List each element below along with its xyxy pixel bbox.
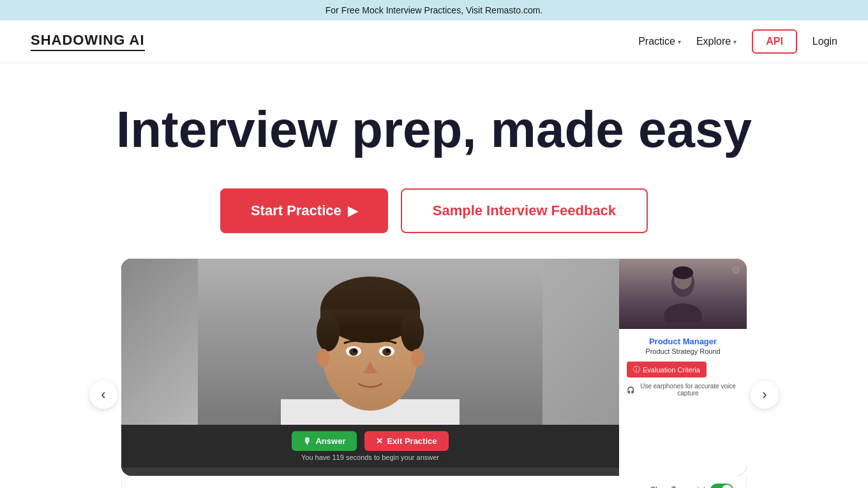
sample-feedback-button[interactable]: Sample Interview Feedback	[401, 188, 648, 233]
user-video: ⚙	[619, 259, 747, 329]
earphone-text: Use earphones for accurate voice capture	[637, 383, 739, 397]
right-panel: ⚙ Product Manager Product Strategy Round…	[619, 259, 747, 476]
svg-point-15	[317, 349, 329, 367]
navbar: SHADOWING AI Practice ▾ Explore ▾ API Lo…	[0, 20, 868, 63]
exit-practice-button[interactable]: ✕ Exit Practice	[364, 431, 448, 451]
x-icon: ✕	[376, 436, 383, 446]
svg-point-14	[386, 349, 390, 353]
carousel-left-button[interactable]: ‹	[89, 381, 117, 409]
nav-right: Practice ▾ Explore ▾ API Login	[638, 29, 837, 54]
svg-point-7	[317, 313, 340, 351]
transcript-toggle[interactable]	[710, 484, 733, 488]
evaluation-criteria-button[interactable]: ⓘ Evaluation Criteria	[627, 362, 707, 377]
svg-point-8	[401, 313, 424, 351]
svg-point-18	[664, 303, 702, 323]
chevron-down-icon: ▾	[733, 38, 737, 45]
exit-label: Exit Practice	[387, 436, 437, 446]
svg-point-16	[411, 349, 424, 367]
logo: SHADOWING AI	[31, 32, 145, 51]
role-title: Product Manager	[627, 337, 739, 346]
svg-point-20	[673, 266, 693, 279]
main-video-area: 🎙 Answer ✕ Exit Practice You have 119 se…	[121, 259, 619, 476]
user-video-overlay	[619, 259, 747, 329]
chevron-down-icon: ▾	[678, 38, 681, 45]
eval-btn-label: Evaluation Criteria	[643, 366, 700, 374]
interviewer-avatar	[121, 259, 619, 425]
role-subtitle: Product Strategy Round	[627, 347, 739, 355]
play-icon: ▶	[348, 203, 357, 218]
carousel-right-button[interactable]: ›	[751, 381, 779, 409]
svg-point-13	[353, 349, 357, 353]
login-button[interactable]: Login	[812, 36, 837, 47]
controls-bar: 🎙 Answer ✕ Exit Practice You have 119 se…	[121, 425, 619, 468]
show-transcript-label: Show Transcript	[650, 485, 705, 488]
answer-button[interactable]: 🎙 Answer	[292, 431, 357, 451]
mock-interview-ui: 🎙 Answer ✕ Exit Practice You have 119 se…	[121, 259, 747, 476]
headphone-icon: 🎧	[627, 386, 634, 393]
settings-icon[interactable]: ⚙	[731, 264, 740, 276]
mic-icon: 🎙	[303, 436, 311, 446]
timer-text: You have 119 seconds to begin your answe…	[301, 454, 439, 461]
api-button[interactable]: API	[752, 29, 797, 54]
control-buttons: 🎙 Answer ✕ Exit Practice	[292, 431, 448, 451]
info-icon: ⓘ	[633, 365, 640, 374]
start-practice-button[interactable]: Start Practice ▶	[220, 188, 388, 233]
left-arrow-icon: ‹	[101, 386, 105, 403]
sample-feedback-label: Sample Interview Feedback	[433, 202, 616, 218]
nav-explore[interactable]: Explore ▾	[696, 36, 737, 47]
transcript-area: Show Transcript Main Question Can you de…	[121, 476, 747, 488]
transcript-header: Show Transcript	[135, 484, 733, 488]
banner-text: For Free Mock Interview Practices, Visit…	[326, 5, 543, 15]
answer-label: Answer	[315, 436, 345, 446]
carousel-wrapper: ‹	[83, 259, 785, 488]
hero-buttons: Start Practice ▶ Sample Interview Feedba…	[31, 188, 837, 233]
nav-explore-label: Explore	[696, 36, 731, 47]
hero-title: Interview prep, made easy	[31, 102, 837, 158]
earphone-note: 🎧 Use earphones for accurate voice captu…	[627, 383, 739, 397]
hero-section: Interview prep, made easy Start Practice…	[0, 63, 868, 488]
start-practice-label: Start Practice	[251, 202, 341, 219]
right-arrow-icon: ›	[762, 386, 767, 403]
interview-info: Product Manager Product Strategy Round ⓘ…	[619, 329, 747, 404]
top-banner: For Free Mock Interview Practices, Visit…	[0, 0, 868, 20]
nav-practice[interactable]: Practice ▾	[638, 36, 681, 47]
nav-practice-label: Practice	[638, 36, 675, 47]
